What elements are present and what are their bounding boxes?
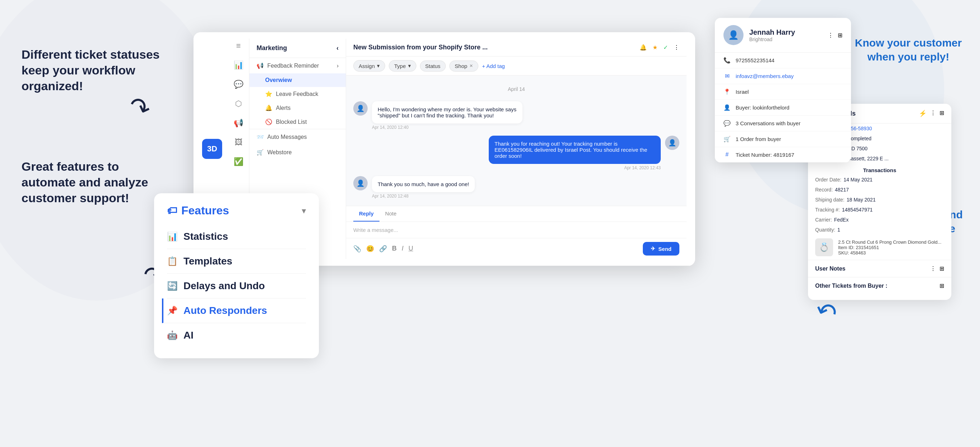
feature-item-ai[interactable]: 🤖 AI: [167, 323, 306, 347]
bubble-2: Thank you for reaching out! Your trackin…: [489, 136, 661, 164]
contact-orders-row[interactable]: 🛒 1 Order from buyer: [715, 132, 851, 147]
sidebar-overwiew[interactable]: Overwiew: [250, 73, 346, 87]
more-icon-conv[interactable]: ⋮: [674, 44, 679, 51]
carrier-row: Carrier: FedEx: [808, 215, 951, 225]
reply-box: Reply Note Write a message... 📎 😊 🔗 B I: [346, 206, 687, 259]
alerts-icon: 🔔: [265, 105, 272, 111]
expand-icon-notes[interactable]: ⊞: [940, 265, 944, 272]
bold-icon[interactable]: B: [392, 245, 397, 253]
contact-conversations-row[interactable]: 💬 3 Conversations with buyer: [715, 116, 851, 132]
carrier-value: FedEx: [834, 217, 848, 223]
contact-email-row: ✉ infoavz@members.ebay: [715, 68, 851, 84]
italic-icon[interactable]: I: [402, 245, 404, 253]
tag-status[interactable]: Status: [420, 60, 446, 71]
other-tickets-label: Other Tickets from Buyer :: [815, 283, 888, 289]
tab-reply[interactable]: Reply: [353, 206, 379, 222]
nav-icon-image[interactable]: 🖼: [231, 135, 246, 150]
nav-icon-chat[interactable]: 💬: [231, 77, 246, 92]
messages-list: April 14 👤 Hello, I'm wondering where my…: [346, 76, 687, 206]
bell-icon[interactable]: 🔔: [640, 44, 647, 51]
underline-icon[interactable]: U: [409, 245, 413, 253]
sidebar-webstore[interactable]: 🛒 Webstore: [250, 144, 346, 160]
delays-icon: 🔄: [167, 281, 178, 291]
features-title: 🏷 Features: [167, 204, 229, 217]
sidebar-auto-messages[interactable]: 📨 Auto Messages: [250, 129, 346, 144]
sidebar-leave-feedback[interactable]: ⭐ Leave Feedback: [250, 87, 346, 101]
reply-input[interactable]: Write a message...: [346, 222, 687, 238]
star-icon[interactable]: ★: [652, 44, 657, 51]
reply-toolbar: 📎 😊 🔗 B I U ✈ Send: [346, 238, 687, 259]
contact-subtitle: Brightroad: [749, 36, 822, 42]
sidebar-blocked-list[interactable]: 🚫 Blocked List: [250, 115, 346, 129]
expand-icon[interactable]: ⊞: [838, 32, 842, 39]
tag-shop[interactable]: Shop ✕: [449, 60, 478, 71]
attach-icon[interactable]: 📎: [353, 245, 361, 253]
assign-chevron: ▾: [377, 63, 380, 69]
shop-close[interactable]: ✕: [469, 63, 473, 68]
check-icon[interactable]: ✓: [663, 44, 668, 51]
quantity-label: Quantity:: [815, 227, 835, 233]
user-notes-actions[interactable]: ⋮ ⊞: [930, 265, 944, 272]
conv-header-actions[interactable]: 🔔 ★ ✓ ⋮: [640, 44, 679, 51]
more-icon-order[interactable]: ⋮: [930, 109, 936, 117]
sidebar-feedback-reminder[interactable]: 📢 Feedback Reminder ›: [250, 58, 346, 73]
expand-icon-order[interactable]: ⊞: [940, 109, 944, 117]
blocked-list-icon: 🚫: [265, 119, 272, 125]
features-chevron[interactable]: ▾: [302, 206, 306, 216]
templates-label: Templates: [183, 255, 232, 267]
more-icon-notes[interactable]: ⋮: [930, 265, 936, 272]
sidebar-alerts[interactable]: 🔔 Alerts: [250, 101, 346, 115]
templates-icon: 📋: [167, 256, 178, 266]
order-date-row: Order Date: 14 May 2021: [808, 174, 951, 185]
conv-header: New Submission from your Shopify Store .…: [346, 39, 687, 57]
feature-item-statistics[interactable]: 📊 Statistics: [167, 224, 306, 249]
ai-label: AI: [183, 330, 194, 341]
item-id: Item ID: 231541651: [838, 245, 941, 250]
message-col-3: Thank you so much, have a good one! Apr …: [372, 176, 475, 199]
delays-label: Delays and Undo: [183, 280, 265, 292]
bubble-1: Hello, I'm wondering where my order is. …: [372, 101, 522, 124]
order-product: 💍 2.5 Ct Round Cut 6 Prong Crown Diomond…: [808, 235, 951, 260]
order-header-actions[interactable]: ⚡ ⋮ ⊞: [919, 109, 944, 117]
annotation-text-2: Great features to automate and analyze c…: [22, 159, 176, 206]
send-button[interactable]: ✈ Send: [643, 242, 679, 255]
nav-icon-menu[interactable]: ≡: [231, 39, 246, 53]
feedback-reminder-icon: 📢: [256, 62, 264, 69]
product-image: 💍: [815, 238, 833, 256]
feature-item-templates[interactable]: 📋 Templates: [167, 249, 306, 274]
feedback-reminder-expand[interactable]: ›: [337, 63, 339, 69]
leave-feedback-icon: ⭐: [265, 90, 272, 97]
feature-item-delays[interactable]: 🔄 Delays and Undo: [167, 274, 306, 298]
nav-icon-megaphone[interactable]: 📢: [231, 116, 246, 130]
nav-icon-chart[interactable]: 📊: [231, 58, 246, 72]
avatar-2: 👤: [665, 136, 679, 150]
message-row-1: 👤 Hello, I'm wondering where my order is…: [353, 101, 679, 130]
avatar-3: 👤: [353, 176, 368, 190]
product-name: 2.5 Ct Round Cut 6 Prong Crown Diomond G…: [838, 239, 941, 245]
contact-actions[interactable]: ⋮ ⊞: [828, 32, 842, 39]
lightning-icon[interactable]: ⚡: [919, 109, 927, 117]
send-label: Send: [658, 246, 671, 252]
tracking-value: 14854547971: [842, 207, 873, 212]
autoresponders-label: Auto Responders: [183, 305, 267, 316]
nav-icon-layers[interactable]: ⬡: [231, 97, 246, 111]
order-date-value: 14 May 2021: [843, 177, 872, 182]
reply-tabs: Reply Note: [346, 206, 687, 222]
more-icon[interactable]: ⋮: [828, 32, 834, 39]
tab-note[interactable]: Note: [379, 206, 402, 222]
feature-item-autoresponders[interactable]: 📌 Auto Responders: [162, 298, 306, 323]
other-tickets-section: Other Tickets from Buyer : ⊞: [808, 277, 951, 294]
tag-type[interactable]: Type ▾: [389, 60, 416, 71]
tag-assign-label: Assign: [359, 63, 375, 69]
tag-assign[interactable]: Assign ▾: [353, 60, 385, 71]
features-icon: 🏷: [167, 205, 177, 217]
expand-icon-tickets[interactable]: ⊞: [940, 282, 944, 289]
link-icon[interactable]: 🔗: [379, 245, 387, 253]
add-tag-button[interactable]: + Add tag: [482, 63, 505, 69]
sidebar-collapse-icon[interactable]: ‹: [336, 44, 339, 52]
record-row: Record: 48217: [808, 185, 951, 195]
shipping-date-value: 18 May 2021: [847, 197, 876, 203]
right-annotation-1: Know your customer when you reply!: [851, 36, 966, 64]
nav-icon-check[interactable]: ✅: [231, 155, 246, 169]
emoji-icon[interactable]: 😊: [366, 245, 374, 253]
